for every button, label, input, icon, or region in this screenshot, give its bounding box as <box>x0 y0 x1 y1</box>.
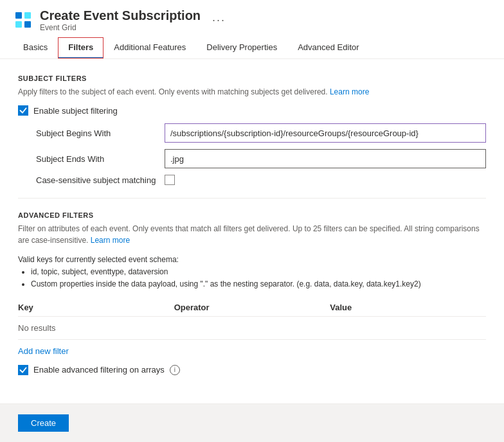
column-operator: Operator <box>174 303 330 312</box>
filters-table-header: Key Operator Value <box>18 299 486 317</box>
advanced-filters-section: ADVANCED FILTERS Filter on attributes of… <box>18 211 486 375</box>
svg-rect-1 <box>24 12 31 19</box>
event-grid-icon <box>13 10 33 30</box>
enable-subject-filtering-label: Enable subject filtering <box>33 106 118 116</box>
case-sensitive-label: Case-sensitive subject matching <box>36 175 165 185</box>
advanced-filters-description: Filter on attributes of each event. Only… <box>18 223 486 246</box>
valid-keys-item-2: Custom properties inside the data payloa… <box>31 278 486 290</box>
case-sensitive-checkbox[interactable] <box>165 175 175 185</box>
add-new-filter-link[interactable]: Add new filter <box>18 346 69 356</box>
valid-keys-block: Valid keys for currently selected event … <box>18 254 486 291</box>
enable-advanced-filtering-label: Enable advanced filtering on arrays <box>33 365 165 375</box>
enable-subject-filtering-row: Enable subject filtering <box>18 105 486 116</box>
subject-ends-with-row: Subject Ends With <box>18 149 486 168</box>
main-content: SUBJECT FILTERS Apply filters to the sub… <box>0 59 504 403</box>
subject-filters-description: Apply filters to the subject of each eve… <box>18 86 486 98</box>
advanced-filters-title: ADVANCED FILTERS <box>18 211 486 219</box>
column-key: Key <box>18 303 174 312</box>
subject-ends-with-label: Subject Ends With <box>36 154 165 164</box>
tab-delivery-properties[interactable]: Delivery Properties <box>196 37 287 58</box>
svg-rect-2 <box>15 21 22 28</box>
column-value: Value <box>330 303 486 312</box>
subject-ends-with-input[interactable] <box>165 149 486 168</box>
subject-filters-learn-more[interactable]: Learn more <box>330 87 369 96</box>
page-footer: Create <box>0 403 504 442</box>
info-icon[interactable]: i <box>170 365 180 375</box>
page-header: Create Event Subscription Event Grid ···… <box>0 0 504 59</box>
subject-filters-title: SUBJECT FILTERS <box>18 75 486 82</box>
tab-basics[interactable]: Basics <box>13 37 58 58</box>
page-subtitle: Event Grid <box>40 23 201 32</box>
tab-filters[interactable]: Filters <box>58 37 104 58</box>
nav-tabs: Basics Filters Additional Features Deliv… <box>13 37 491 58</box>
create-button[interactable]: Create <box>18 414 69 432</box>
subject-begins-with-row: Subject Begins With <box>18 123 486 143</box>
enable-subject-filtering-checkbox[interactable] <box>18 105 28 116</box>
subject-begins-with-input[interactable] <box>165 123 486 143</box>
tab-advanced-editor[interactable]: Advanced Editor <box>287 37 369 58</box>
case-sensitive-row: Case-sensitive subject matching <box>18 175 486 185</box>
section-divider <box>18 198 486 199</box>
advanced-filters-learn-more[interactable]: Learn more <box>91 236 130 245</box>
valid-keys-item-1: id, topic, subject, eventtype, dataversi… <box>31 266 486 278</box>
tab-additional-features[interactable]: Additional Features <box>104 37 196 58</box>
svg-rect-3 <box>24 21 31 28</box>
subject-filters-section: SUBJECT FILTERS Apply filters to the sub… <box>18 75 486 185</box>
svg-rect-0 <box>15 12 22 19</box>
page-title: Create Event Subscription <box>40 8 201 23</box>
more-options-icon[interactable]: ··· <box>212 13 226 27</box>
subject-begins-with-label: Subject Begins With <box>36 128 165 138</box>
no-results-text: No results <box>18 323 174 333</box>
table-row-no-results: No results <box>18 317 486 340</box>
enable-advanced-filtering-checkbox[interactable] <box>18 365 28 375</box>
enable-advanced-filtering-row: Enable advanced filtering on arrays i <box>18 365 486 375</box>
